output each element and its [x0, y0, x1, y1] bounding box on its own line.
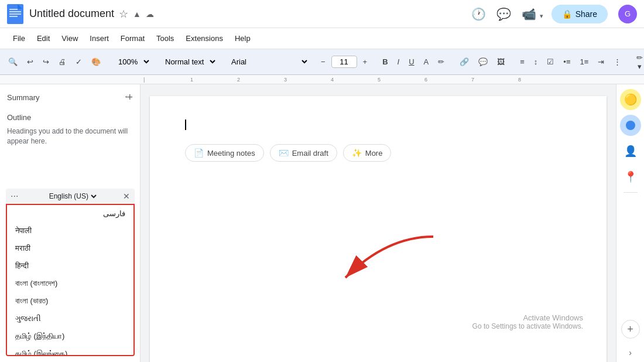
user-avatar[interactable]: G — [618, 5, 637, 23]
lang-item-0[interactable]: فارسی — [7, 205, 133, 222]
main-layout: Summary + Outline Headings you add to th… — [0, 84, 644, 362]
doc-title[interactable]: Untitled document — [29, 8, 114, 20]
search-button[interactable]: 🔍 — [5, 55, 21, 69]
meet-button[interactable]: 📹 ▾ — [519, 5, 546, 23]
activate-windows-line2: Go to Settings to activate Windows. — [472, 322, 583, 330]
ruler: | 1 2 3 4 5 6 7 8 — [0, 75, 644, 84]
bullet-list-button[interactable]: •≡ — [560, 55, 574, 69]
title-icon-group: ☆ ▲ ☁ — [119, 8, 154, 21]
lang-item-3[interactable]: हिन्दी — [7, 257, 133, 275]
lang-popup-header: ··· English (US) ✕ — [6, 189, 135, 204]
checklist-button[interactable]: ☑ — [543, 55, 557, 69]
share-button[interactable]: 🔒 Share — [551, 5, 608, 23]
paint-format-button[interactable]: 🎨 — [88, 55, 104, 69]
number-list-button[interactable]: 1≡ — [577, 55, 592, 69]
redo-button[interactable]: ↪ — [39, 55, 53, 69]
meeting-notes-chip[interactable]: 📄 Meeting notes — [185, 144, 264, 162]
meeting-notes-icon: 📄 — [194, 148, 204, 158]
drive-icon[interactable]: ▲ — [133, 9, 141, 19]
rp-icon-2[interactable]: 👤 — [620, 141, 641, 162]
sidebar-outline-title: Outline — [7, 113, 133, 122]
sidebar-summary-title: Summary — [7, 93, 40, 102]
activate-windows-line1: Activate Windows — [472, 313, 583, 322]
bold-button[interactable]: B — [379, 55, 391, 69]
image-button[interactable]: 🖼 — [494, 55, 508, 69]
history-button[interactable]: 🕐 — [469, 5, 488, 23]
menu-file[interactable]: File — [7, 32, 31, 45]
spellcheck-button[interactable]: ✓ — [72, 55, 85, 69]
more-chip-label: More — [365, 149, 383, 158]
lang-item-7[interactable]: தமிழ் (இந்தியா) — [7, 327, 133, 345]
rp-icon-0[interactable]: 🟡 — [620, 89, 641, 110]
menu-view[interactable]: View — [56, 32, 84, 45]
lang-selector[interactable]: English (US) — [47, 192, 98, 201]
title-bar: Untitled document ☆ ▲ ☁ 🕐 💬 📹 ▾ 🔒 Share … — [0, 0, 644, 28]
comments-button[interactable]: 💬 — [494, 5, 513, 23]
sidebar-outline-desc: Headings you add to the document will ap… — [7, 127, 133, 146]
cursor — [185, 119, 571, 130]
link-button[interactable]: 🔗 — [456, 55, 472, 69]
lang-item-1[interactable]: नेपाली — [7, 222, 133, 240]
svg-point-3 — [626, 121, 635, 130]
lang-dots-button[interactable]: ··· — [11, 191, 18, 202]
meeting-notes-label: Meeting notes — [207, 149, 255, 158]
more-chip[interactable]: ✨ More — [343, 144, 392, 162]
font-size-increase[interactable]: + — [359, 55, 371, 69]
docs-app-icon — [7, 4, 23, 24]
email-draft-label: Email draft — [292, 149, 328, 158]
comment-button[interactable]: 💬 — [475, 55, 491, 69]
share-label: Share — [576, 9, 597, 19]
lang-close-button[interactable]: ✕ — [123, 192, 130, 201]
font-color-button[interactable]: A — [420, 55, 433, 69]
rp-icon-1[interactable] — [620, 115, 641, 136]
cloud-icon[interactable]: ☁ — [146, 9, 154, 19]
menu-bar: File Edit View Insert Format Tools Exten… — [0, 28, 644, 49]
menu-help[interactable]: Help — [229, 32, 256, 45]
italic-button[interactable]: I — [394, 55, 403, 69]
highlight-button[interactable]: ✏ — [434, 55, 448, 69]
lang-item-6[interactable]: ગુજરાતી — [7, 310, 133, 327]
email-draft-icon: ✉️ — [279, 148, 289, 158]
zoom-select[interactable]: 100%75%50% — [112, 55, 151, 69]
lang-item-4[interactable]: বাংলা (বাংলাদেশ) — [7, 275, 133, 292]
toolbar: 🔍 ↩ ↪ 🖨 ✓ 🎨 100%75%50% Normal text Headi… — [0, 49, 644, 75]
lang-list: فارسی नेपाली मराठी हिन्दी বাংলা (বাংলাদে… — [6, 204, 135, 356]
pen-button[interactable]: ✏ ▾ — [633, 51, 644, 73]
svg-rect-1 — [7, 4, 23, 24]
more-toolbar-button[interactable]: ⋮ — [610, 55, 625, 69]
lang-item-5[interactable]: বাংলা (ভারত) — [7, 292, 133, 310]
lang-item-2[interactable]: मराठी — [7, 240, 133, 257]
rp-icon-3[interactable]: 📍 — [620, 166, 641, 187]
lang-popup: ··· English (US) ✕ فارسی नेपाली मराठी हि… — [6, 189, 135, 356]
line-spacing-button[interactable]: ↕ — [530, 55, 542, 69]
menu-insert[interactable]: Insert — [84, 32, 115, 45]
align-button[interactable]: ≡ — [516, 55, 528, 69]
font-size-decrease[interactable]: − — [317, 55, 329, 69]
font-select[interactable]: ArialTimes New Roman — [225, 55, 309, 69]
print-button[interactable]: 🖨 — [55, 55, 70, 69]
star-icon[interactable]: ☆ — [119, 8, 128, 21]
undo-button[interactable]: ↩ — [23, 55, 37, 69]
more-chip-icon: ✨ — [352, 148, 362, 158]
menu-tools[interactable]: Tools — [150, 32, 180, 45]
doc-area[interactable]: 📄 Meeting notes ✉️ Email draft ✨ More Ac… — [141, 84, 616, 362]
right-panel: 🟡 👤 📍 + › — [616, 84, 644, 362]
sidebar-summary-row: Summary + — [7, 91, 133, 104]
rp-divider — [624, 192, 638, 193]
lang-item-8[interactable]: தமிழ் (இலங்கை) — [7, 345, 133, 356]
sidebar: Summary + Outline Headings you add to th… — [0, 84, 141, 362]
doc-page[interactable]: 📄 Meeting notes ✉️ Email draft ✨ More Ac… — [150, 96, 607, 362]
font-size-input[interactable] — [331, 56, 357, 68]
indent-button[interactable]: ⇥ — [594, 55, 608, 69]
menu-extensions[interactable]: Extensions — [180, 32, 229, 45]
rp-add-button[interactable]: + — [621, 320, 640, 339]
underline-button[interactable]: U — [405, 55, 417, 69]
sidebar-back-button[interactable]: ← — [124, 91, 133, 102]
menu-format[interactable]: Format — [115, 32, 150, 45]
lock-icon: 🔒 — [562, 9, 572, 19]
style-select[interactable]: Normal text Heading 1Heading 2 — [159, 55, 217, 69]
email-draft-chip[interactable]: ✉️ Email draft — [270, 144, 337, 162]
menu-edit[interactable]: Edit — [31, 32, 56, 45]
rp-expand-button[interactable]: › — [629, 348, 632, 357]
ai-chips: 📄 Meeting notes ✉️ Email draft ✨ More — [185, 144, 571, 162]
